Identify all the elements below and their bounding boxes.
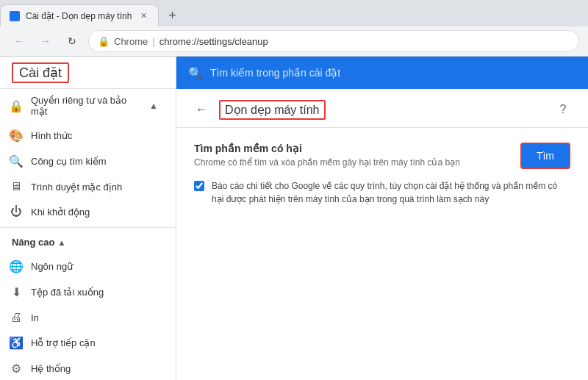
sidebar-item-he-thong[interactable]: ⚙ Hệ thống — [0, 356, 170, 380]
content-back-button[interactable]: ← — [191, 99, 212, 120]
privacy-icon: 🔒 — [9, 99, 24, 113]
appearance-icon: 🎨 — [9, 129, 24, 143]
sidebar-item-cong-cu-tim-kiem[interactable]: 🔍 Công cụ tìm kiếm — [0, 148, 170, 174]
default-browser-icon: 🖥 — [9, 180, 24, 193]
content-title: Dọn dẹp máy tính — [219, 100, 326, 120]
search-input[interactable] — [210, 67, 576, 79]
sidebar-item-ho-tro-tiep-can[interactable]: ♿ Hỗ trợ tiếp cận — [0, 330, 170, 356]
sidebar-item-label: Trình duyệt mặc định — [31, 182, 122, 193]
sidebar-header: Cài đặt — [12, 62, 69, 83]
back-nav-button[interactable]: ← — [9, 31, 29, 51]
nang-cao-label: Nâng cao — [12, 237, 55, 248]
sidebar-item-quyen-rieng-tu[interactable]: 🔒 Quyền riêng tư và bảo mật ▲ — [0, 89, 170, 123]
sidebar-item-hinh-thuc[interactable]: 🎨 Hình thức — [0, 123, 170, 148]
forward-nav-button[interactable]: → — [35, 31, 56, 51]
sidebar-item-label: Hỗ trợ tiếp cận — [31, 337, 96, 348]
url-separator: | — [152, 36, 154, 47]
chevron-icon: ▲ — [149, 101, 158, 111]
find-malware-header: Tìm phần mềm có hại Chrome có thể tìm và… — [194, 143, 570, 169]
startup-icon: ⏻ — [9, 205, 24, 218]
search-icon: 🔍 — [188, 66, 203, 80]
address-bar: ← → ↻ 🔒 Chrome | chrome://settings/clean… — [0, 26, 588, 56]
sidebar-item-tep-da-tai-xuong[interactable]: ⬇ Tệp đã tải xuống — [0, 279, 170, 305]
url-path: chrome://settings/cleanup — [159, 36, 268, 47]
sidebar-item-label: Ngôn ngữ — [31, 261, 73, 272]
print-icon: 🖨 — [9, 311, 24, 324]
find-malware-heading: Tìm phần mềm có hại — [194, 143, 460, 154]
nang-cao-section[interactable]: Nâng cao ▲ — [0, 231, 176, 254]
content-area: ← Dọn dẹp máy tính ? Tìm phần mềm có hại… — [176, 89, 588, 380]
system-icon: ⚙ — [9, 362, 24, 376]
tim-button[interactable]: Tìm — [520, 143, 570, 169]
url-bar[interactable]: 🔒 Chrome | chrome://settings/cleanup — [88, 30, 579, 52]
sidebar: 🔒 Quyền riêng tư và bảo mật ▲ 🎨 Hình thứ… — [0, 89, 176, 380]
sidebar-item-label: Quyền riêng tư và bảo mật — [31, 95, 142, 117]
browser-chrome: Cài đặt - Dọn dẹp máy tính ✕ + ← → ↻ 🔒 C… — [0, 0, 588, 57]
checkbox-label: Báo cáo chi tiết cho Google về các quy t… — [212, 179, 570, 206]
sidebar-item-trinh-duyet-mac-dinh[interactable]: 🖥 Trình duyệt mặc định — [0, 174, 170, 199]
tab-close-button[interactable]: ✕ — [137, 10, 149, 22]
find-malware-section: Tìm phần mềm có hại Chrome có thể tìm và… — [194, 143, 570, 206]
search-tool-icon: 🔍 — [9, 154, 24, 168]
sidebar-item-in[interactable]: 🖨 In — [0, 305, 170, 330]
accessibility-icon: ♿ — [9, 336, 24, 350]
active-tab[interactable]: Cài đặt - Dọn dẹp máy tính ✕ — [0, 4, 159, 26]
content-body: Tìm phần mềm có hại Chrome có thể tìm và… — [176, 128, 588, 232]
sidebar-item-khi-khoi-dong[interactable]: ⏻ Khi khởi động — [0, 199, 170, 224]
sidebar-item-ngon-ngu[interactable]: 🌐 Ngôn ngữ — [0, 254, 170, 279]
find-malware-text: Tìm phần mềm có hại Chrome có thể tìm và… — [194, 143, 460, 168]
checkbox-row: Báo cáo chi tiết cho Google về các quy t… — [194, 179, 570, 206]
url-lock-icon: 🔒 — [98, 36, 110, 47]
report-checkbox[interactable] — [194, 181, 204, 191]
nang-cao-chevron: ▲ — [58, 238, 66, 247]
tab-favicon — [10, 11, 20, 21]
sidebar-item-label: Hình thức — [31, 130, 72, 141]
find-malware-description: Chrome có thể tìm và xóa phần mềm gây hạ… — [194, 157, 460, 168]
sidebar-item-label: Công cụ tìm kiếm — [31, 156, 107, 167]
download-icon: ⬇ — [9, 285, 24, 299]
settings-search-bar[interactable]: 🔍 — [176, 57, 588, 89]
main-layout: 🔒 Quyền riêng tư và bảo mật ▲ 🎨 Hình thứ… — [0, 89, 588, 380]
help-button[interactable]: ? — [553, 99, 573, 120]
sidebar-item-label: Khi khởi động — [31, 207, 90, 218]
sidebar-item-label: In — [31, 312, 39, 323]
sidebar-item-label: Tệp đã tải xuống — [31, 287, 104, 298]
refresh-button[interactable]: ↻ — [62, 31, 82, 51]
tab-title: Cài đặt - Dọn dẹp máy tính — [26, 11, 132, 21]
new-tab-button[interactable]: + — [162, 5, 182, 26]
content-header: ← Dọn dẹp máy tính ? — [176, 89, 588, 128]
sidebar-divider — [0, 227, 176, 228]
tab-bar: Cài đặt - Dọn dẹp máy tính ✕ + — [0, 0, 588, 26]
url-chrome-label: Chrome — [114, 36, 148, 47]
sidebar-item-label: Hệ thống — [31, 363, 71, 374]
language-icon: 🌐 — [9, 259, 24, 273]
